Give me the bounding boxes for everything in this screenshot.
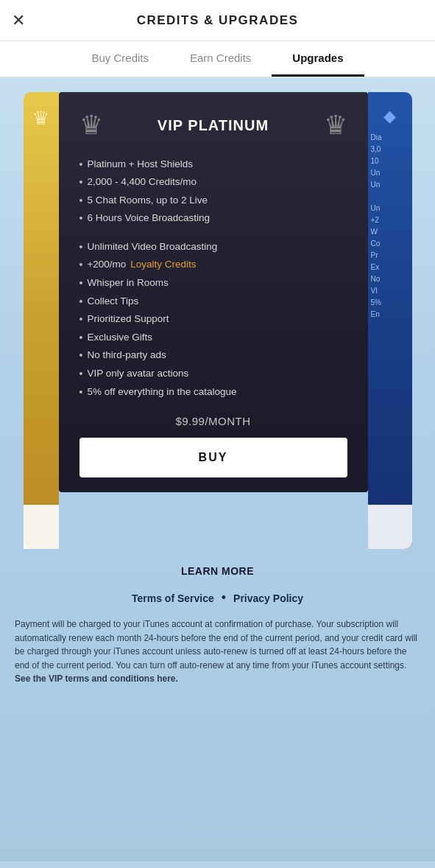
feature-item: VIP only avatar actions bbox=[79, 365, 347, 384]
feature-item: 5 Chat Rooms, up to 2 Live bbox=[79, 192, 347, 210]
tabs-bar: Buy Credits Earn Credits Upgrades bbox=[0, 41, 435, 77]
main-content: ♛ ♛ VIP PLATINUM ♛ Platinum + Host Shiel… bbox=[0, 77, 435, 861]
feature-item: Platinum + Host Shields bbox=[79, 155, 347, 174]
footer-links: Terms of Service • Privacy Policy bbox=[132, 590, 303, 606]
features-group1: Platinum + Host Shields 2,000 - 4,400 Cr… bbox=[79, 155, 347, 228]
feature-item: Collect Tips bbox=[79, 293, 347, 311]
feature-item: No third-party ads bbox=[79, 347, 347, 365]
divider-space bbox=[79, 228, 347, 238]
feature-loyalty-prefix: +200/mo bbox=[87, 258, 126, 272]
cards-row: ♛ ♛ VIP PLATINUM ♛ Platinum + Host Shiel… bbox=[12, 92, 423, 549]
header: ✕ CREDITS & UPGRADES bbox=[0, 0, 435, 41]
price-display: $9.99/MONTH bbox=[79, 402, 347, 438]
feature-item: 2,000 - 4,400 Credits/mo bbox=[79, 174, 347, 192]
feature-item: Whisper in Rooms bbox=[79, 275, 347, 293]
side-card-gold[interactable]: ♛ bbox=[24, 92, 59, 549]
footer-disclaimer: Payment will be charged to your iTunes a… bbox=[12, 617, 423, 686]
card-title: VIP PLATINUM bbox=[158, 117, 269, 134]
feature-item: Unlimited Video Broadcasting bbox=[79, 238, 347, 256]
features-group2: Unlimited Video Broadcasting +200/mo Loy… bbox=[79, 238, 347, 401]
tab-upgrades[interactable]: Upgrades bbox=[272, 41, 364, 77]
feature-item: 6 Hours Voice Broadcasting bbox=[79, 210, 347, 228]
side-card-diamond-bottom bbox=[368, 505, 412, 549]
learn-more-link[interactable]: LEARN MORE bbox=[181, 565, 254, 577]
vip-terms-link[interactable]: See the VIP terms and conditions here. bbox=[15, 673, 178, 684]
diamond-icon: ◆ bbox=[383, 107, 396, 126]
buy-button[interactable]: BUY bbox=[79, 438, 347, 477]
disclaimer-text: Payment will be charged to your iTunes a… bbox=[15, 619, 417, 671]
footer-dot: • bbox=[222, 590, 226, 606]
privacy-policy-link[interactable]: Privacy Policy bbox=[233, 592, 303, 604]
card-header: ♛ VIP PLATINUM ♛ bbox=[79, 110, 347, 141]
page-title: CREDITS & UPGRADES bbox=[12, 13, 423, 28]
tab-buy-credits[interactable]: Buy Credits bbox=[71, 41, 169, 77]
feature-item-loyalty: +200/mo Loyalty Credits bbox=[79, 256, 347, 275]
loyalty-credits-label: Loyalty Credits bbox=[130, 258, 196, 272]
vip-platinum-card: ♛ VIP PLATINUM ♛ Platinum + Host Shields… bbox=[59, 92, 368, 492]
terms-of-service-link[interactable]: Terms of Service bbox=[132, 592, 214, 604]
crown-left-icon: ♛ bbox=[79, 110, 103, 141]
crown-right-icon: ♛ bbox=[324, 110, 347, 141]
side-card-gold-bottom bbox=[24, 505, 59, 549]
feature-item: Exclusive Gifts bbox=[79, 329, 347, 347]
feature-item: Prioritized Support bbox=[79, 311, 347, 329]
side-card-diamond[interactable]: ◆ Dia 3,0 10 Un Un Un +2 W Co Pr Ex No V… bbox=[368, 92, 412, 549]
feature-item: 5% off everything in the catalogue bbox=[79, 383, 347, 402]
tab-earn-credits[interactable]: Earn Credits bbox=[169, 41, 272, 77]
side-card-right-text: Dia 3,0 10 Un Un Un +2 W Co Pr Ex No VI … bbox=[368, 126, 412, 326]
gold-crown-icon: ♛ bbox=[32, 107, 49, 130]
close-button[interactable]: ✕ bbox=[12, 11, 25, 30]
